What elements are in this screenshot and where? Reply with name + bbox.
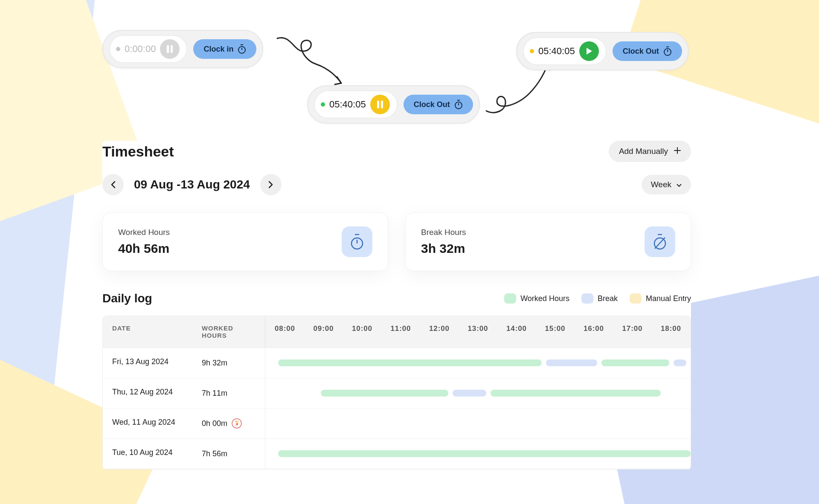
stopwatch-icon	[663, 46, 672, 56]
hour-tick: 08:00	[275, 324, 295, 339]
break-hours-label: Break Hours	[421, 228, 466, 237]
break-hours-card: Break Hours 3h 32m	[405, 212, 691, 271]
view-mode-label: Week	[651, 180, 671, 189]
table-row[interactable]: Wed, 11 Aug 20240h 00m🍹	[103, 408, 691, 439]
table-row[interactable]: Fri, 13 Aug 20249h 32m	[103, 348, 691, 378]
hour-tick: 11:00	[391, 324, 411, 339]
view-mode-dropdown[interactable]: Week	[642, 175, 691, 194]
hour-tick: 10:00	[352, 324, 372, 339]
clock-pill-idle: 0:00:00 Clock in	[102, 30, 263, 68]
date-range-label: 09 Aug -13 Aug 2024	[134, 178, 250, 191]
table-row[interactable]: Tue, 10 Aug 20247h 56m	[103, 439, 691, 469]
clock-time-text: 05:40:05	[329, 99, 366, 110]
row-date: Thu, 12 Aug 2024	[103, 378, 192, 408]
clock-time-text: 0:00:00	[125, 43, 156, 55]
row-worked-hours: 7h 56m	[192, 439, 265, 469]
next-period-button[interactable]	[260, 174, 282, 195]
row-gantt	[265, 439, 691, 469]
legend-manual-label: Manual Entry	[646, 294, 691, 303]
worked-bar	[278, 359, 542, 366]
page-title: Timesheet	[102, 143, 174, 160]
worked-hours-value: 40h 56m	[118, 241, 170, 256]
hour-tick: 17:00	[622, 324, 643, 339]
break-hours-value: 3h 32m	[421, 241, 466, 256]
svg-rect-6	[381, 101, 383, 108]
hour-tick: 12:00	[429, 324, 450, 339]
stopwatch-icon	[454, 100, 463, 109]
clock-in-label: Clock in	[203, 45, 233, 54]
hour-tick: 16:00	[584, 324, 604, 339]
status-dot-icon	[116, 47, 120, 51]
swatch-icon	[581, 293, 593, 304]
worked-bar	[491, 390, 661, 397]
legend-worked: Worked Hours	[504, 293, 569, 304]
break-bar	[453, 390, 487, 397]
col-worked: WORKED HOURS	[192, 316, 265, 348]
row-gantt	[265, 408, 691, 438]
legend-worked-label: Worked Hours	[520, 294, 569, 303]
daily-log-table: DATE WORKED HOURS 08:0009:0010:0011:0012…	[102, 316, 691, 469]
row-gantt	[265, 378, 691, 408]
day-off-icon: 🍹	[232, 418, 242, 429]
clock-out-button[interactable]: Clock Out	[613, 41, 682, 61]
stopwatch-icon	[238, 44, 246, 54]
clock-out-button[interactable]: Clock Out	[404, 95, 473, 114]
arrow-doodle-icon	[273, 30, 350, 90]
pause-button[interactable]	[370, 95, 390, 114]
clock-time-display: 05:40:05	[523, 37, 607, 65]
chevron-right-icon	[268, 181, 273, 188]
svg-rect-0	[167, 45, 169, 53]
clock-out-label: Clock Out	[414, 100, 450, 109]
row-gantt	[265, 348, 691, 378]
col-date: DATE	[103, 316, 192, 348]
legend-break-label: Break	[598, 294, 618, 303]
svg-rect-1	[171, 45, 173, 53]
row-date: Wed, 11 Aug 2024	[103, 408, 192, 438]
resume-button[interactable]	[579, 41, 599, 61]
hours-scale: 08:0009:0010:0011:0012:0013:0014:0015:00…	[265, 316, 691, 348]
plus-icon	[674, 147, 681, 156]
row-worked-hours: 7h 11m	[192, 378, 265, 408]
clock-time-display: 05:40:05	[314, 90, 398, 119]
caret-down-icon	[677, 180, 682, 189]
break-bar	[546, 359, 597, 366]
worked-bar	[278, 450, 691, 457]
hour-tick: 18:00	[661, 324, 681, 339]
break-bar	[674, 359, 686, 366]
clock-pill-paused: 05:40:05 Clock Out	[516, 32, 689, 70]
clock-time-display: 0:00:00	[109, 35, 187, 63]
stopwatch-off-icon	[645, 226, 675, 257]
hour-tick: 15:00	[545, 324, 566, 339]
status-dot-icon	[321, 102, 325, 107]
worked-hours-label: Worked Hours	[118, 228, 170, 237]
hour-tick: 09:00	[314, 324, 334, 339]
legend: Worked Hours Break Manual Entry	[504, 293, 691, 304]
row-date: Tue, 10 Aug 2024	[103, 439, 192, 469]
svg-rect-5	[377, 101, 379, 108]
worked-hours-card: Worked Hours 40h 56m	[102, 212, 388, 271]
legend-break: Break	[581, 293, 618, 304]
hour-tick: 14:00	[506, 324, 527, 339]
prev-period-button[interactable]	[102, 174, 124, 195]
clock-pill-running: 05:40:05 Clock Out	[307, 85, 480, 124]
chevron-left-icon	[110, 181, 116, 188]
timesheet-panel: Timesheet Add Manually 09 Aug -13 Aug 20…	[102, 141, 691, 469]
clock-in-button[interactable]: Clock in	[193, 39, 256, 59]
table-row[interactable]: Thu, 12 Aug 20247h 11m	[103, 378, 691, 408]
worked-bar	[601, 359, 670, 366]
swatch-icon	[630, 293, 642, 304]
worked-bar	[321, 390, 448, 397]
row-worked-hours: 9h 32m	[192, 348, 265, 378]
daily-log-title: Daily log	[102, 292, 152, 305]
stopwatch-icon	[342, 226, 372, 257]
hour-tick: 13:00	[468, 324, 488, 339]
row-worked-hours: 0h 00m🍹	[192, 408, 265, 438]
add-manually-label: Add Manually	[619, 147, 668, 156]
add-manually-button[interactable]: Add Manually	[609, 141, 691, 162]
swatch-icon	[504, 293, 516, 304]
clock-out-label: Clock Out	[623, 47, 659, 56]
clock-time-text: 05:40:05	[538, 46, 575, 57]
status-dot-icon	[530, 49, 534, 53]
row-date: Fri, 13 Aug 2024	[103, 348, 192, 378]
pause-button[interactable]	[160, 39, 180, 59]
